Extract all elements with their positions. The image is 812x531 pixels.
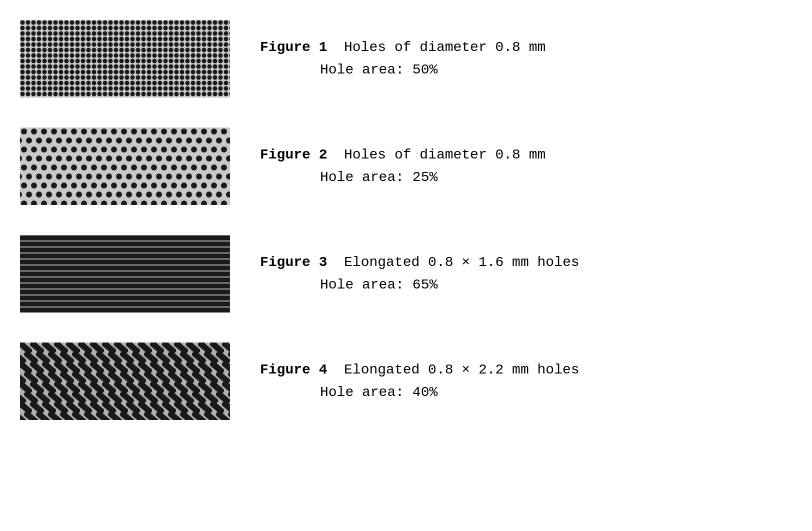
- figure-1-caption: Figure 1 Holes of diameter 0.8 mm Hole a…: [260, 36, 546, 82]
- figure-3-row: Figure 3 Elongated 0.8 × 1.6 mm holes Ho…: [20, 230, 792, 318]
- figure-3-line2: Hole area: 65%: [260, 274, 580, 296]
- figure-2-line2: Hole area: 25%: [260, 166, 546, 189]
- figure-2-number: 2: [319, 147, 328, 162]
- figure-4-row: Figure 4 Elongated 0.8 × 2.2 mm holes Ho…: [20, 338, 792, 425]
- figure-2-row: Figure 2 Holes of diameter 0.8 mm Hole a…: [20, 122, 792, 210]
- figure-2-image: [20, 128, 230, 205]
- figure-4-number: 4: [319, 362, 328, 378]
- figure-2-desc: Holes of diameter 0.8 mm: [344, 147, 546, 162]
- figure-2-label: Figure: [260, 147, 310, 162]
- figure-3-desc: Elongated 0.8 × 1.6 mm holes: [344, 254, 579, 270]
- figure-3-caption: Figure 3 Elongated 0.8 × 1.6 mm holes Ho…: [260, 252, 580, 296]
- figure-4-caption: Figure 4 Elongated 0.8 × 2.2 mm holes Ho…: [260, 359, 580, 404]
- figure-3-number: 3: [319, 254, 328, 270]
- figure-1-line2: Hole area: 50%: [260, 59, 546, 82]
- figure-1-row: Figure 1 Holes of diameter 0.8 mm Hole a…: [20, 15, 792, 102]
- figure-4-image: [20, 342, 230, 420]
- figure-1-image: [20, 20, 230, 98]
- figure-1-number: 1: [319, 40, 328, 55]
- figure-1-canvas: [20, 20, 230, 98]
- figure-3-image: [20, 235, 230, 312]
- figure-1-desc: Holes of diameter 0.8 mm: [344, 40, 546, 55]
- figure-3-line1: Figure 3 Elongated 0.8 × 1.6 mm holes: [260, 252, 580, 274]
- figure-3-label: Figure: [260, 254, 310, 270]
- figure-1-line1: Figure 1 Holes of diameter 0.8 mm: [260, 36, 546, 59]
- figure-4-canvas: [20, 342, 230, 420]
- figure-1-label: Figure: [260, 40, 310, 55]
- figure-4-label: Figure: [260, 362, 310, 378]
- figure-2-canvas: [20, 128, 230, 205]
- figure-4-desc: Elongated 0.8 × 2.2 mm holes: [344, 362, 579, 378]
- figure-2-caption: Figure 2 Holes of diameter 0.8 mm Hole a…: [260, 144, 546, 189]
- figure-4-line2: Hole area: 40%: [260, 382, 580, 404]
- figure-4-line1: Figure 4 Elongated 0.8 × 2.2 mm holes: [260, 359, 580, 382]
- figure-2-line1: Figure 2 Holes of diameter 0.8 mm: [260, 144, 546, 166]
- figure-3-canvas: [20, 235, 230, 312]
